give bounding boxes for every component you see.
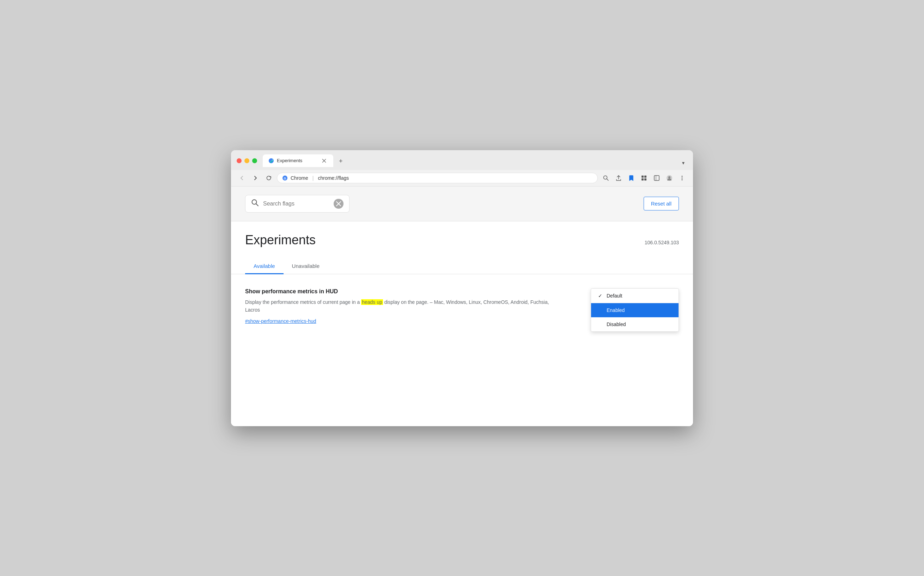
flag-dropdown[interactable]: ✓ Default Enabled Disabled: [591, 288, 679, 332]
tab-unavailable[interactable]: Unavailable: [283, 259, 328, 274]
svg-text:G: G: [284, 177, 287, 180]
tab-grid-button[interactable]: [652, 173, 662, 183]
content-tabs: Available Unavailable: [231, 259, 693, 274]
tab-list-button[interactable]: ▾: [679, 158, 687, 167]
version-text: 106.0.5249.103: [645, 240, 679, 245]
svg-point-17: [682, 177, 683, 178]
flag-item: Show performance metrics in HUD Display …: [245, 288, 679, 325]
share-button[interactable]: [613, 173, 624, 183]
svg-rect-8: [642, 176, 644, 178]
tab-icon: 🧪: [268, 158, 274, 163]
bookmark-button[interactable]: [626, 173, 637, 183]
flag-description: Display the performance metrics of curre…: [245, 298, 562, 314]
browser-window: 🧪 Experiments + ▾: [231, 150, 693, 426]
reload-button[interactable]: [263, 173, 274, 183]
svg-line-20: [256, 204, 258, 206]
search-bar: heads up: [245, 195, 349, 213]
flag-title: Show performance metrics in HUD: [245, 288, 562, 295]
svg-rect-11: [644, 178, 647, 181]
tab-close-button[interactable]: [320, 157, 328, 164]
close-button[interactable]: [237, 158, 242, 163]
title-bar: 🧪 Experiments + ▾: [231, 150, 693, 170]
extensions-button[interactable]: [639, 173, 649, 183]
svg-line-7: [607, 179, 609, 181]
traffic-lights: [237, 158, 257, 163]
address-url: chrome://flags: [318, 175, 349, 181]
page-content: heads up Reset all Experiments 106.0.524…: [231, 187, 693, 426]
toolbar-actions: [601, 173, 687, 183]
flag-info: Show performance metrics in HUD Display …: [245, 288, 562, 325]
search-button[interactable]: [601, 173, 611, 183]
address-bar[interactable]: G Chrome | chrome://flags: [277, 173, 598, 183]
address-separator: |: [312, 175, 314, 181]
svg-point-16: [682, 176, 683, 177]
dropdown-option-disabled[interactable]: Disabled: [591, 317, 679, 331]
search-icon: [251, 199, 259, 208]
desc-before: Display the performance metrics of curre…: [245, 299, 361, 305]
svg-rect-9: [644, 176, 647, 178]
tab-title: Experiments: [277, 158, 302, 163]
profile-button[interactable]: [664, 173, 675, 183]
tab-experiments[interactable]: 🧪 Experiments: [263, 154, 333, 167]
forward-button[interactable]: [250, 173, 261, 183]
option-disabled-label: Disabled: [607, 322, 626, 327]
fullscreen-button[interactable]: [252, 158, 257, 163]
svg-point-18: [682, 179, 683, 180]
new-tab-button[interactable]: +: [335, 155, 347, 167]
search-clear-button[interactable]: [334, 199, 344, 209]
dropdown-option-default[interactable]: ✓ Default: [591, 289, 679, 303]
toolbar: G Chrome | chrome://flags: [231, 170, 693, 187]
search-bar-container: heads up Reset all: [231, 187, 693, 221]
svg-point-15: [668, 176, 671, 178]
back-button[interactable]: [237, 173, 247, 183]
experiments-header: Experiments 106.0.5249.103: [231, 221, 693, 248]
page-title: Experiments: [245, 233, 315, 248]
flag-highlight-text: heads up: [361, 299, 383, 305]
svg-rect-10: [642, 178, 644, 181]
dropdown-option-enabled[interactable]: Enabled: [591, 303, 679, 317]
reset-all-button[interactable]: Reset all: [644, 197, 679, 210]
svg-rect-12: [654, 176, 659, 181]
search-input[interactable]: heads up: [263, 201, 334, 207]
option-enabled-label: Enabled: [607, 307, 625, 313]
security-icon: G: [282, 175, 288, 181]
address-domain: Chrome: [291, 175, 308, 181]
minimize-button[interactable]: [244, 158, 249, 163]
tab-available[interactable]: Available: [245, 259, 283, 274]
menu-button[interactable]: [677, 173, 687, 183]
flag-list: Show performance metrics in HUD Display …: [231, 274, 693, 339]
flag-link[interactable]: #show-performance-metrics-hud: [245, 318, 316, 324]
checkmark-default: ✓: [598, 293, 604, 299]
option-default-label: Default: [607, 293, 622, 299]
svg-text:🧪: 🧪: [270, 158, 274, 163]
